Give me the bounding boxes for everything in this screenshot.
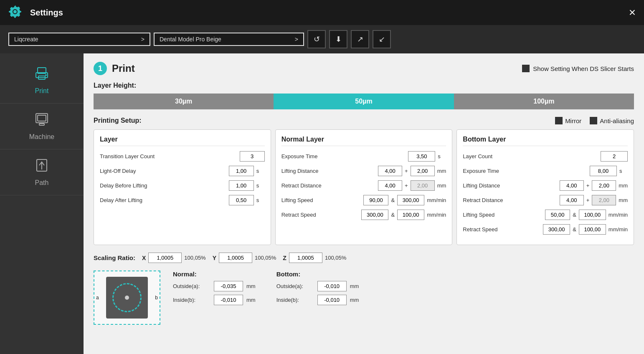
sidebar-item-path[interactable]: Path [0,149,84,195]
bl-layercount: Layer Count [463,151,628,162]
normal-layer-title: Normal Layer [281,136,446,146]
print-icon [34,66,49,84]
bl-liftdist: Lifting Distance + mm [463,180,628,191]
nl-retractspeed-label: Retract Speed [281,212,359,218]
bottom-inside-row: Inside(b): mm [276,295,359,305]
bl-liftspeed: Lifting Speed & mm/min [463,210,628,220]
normal-inside-input[interactable] [214,295,243,305]
section-title: Print [112,63,135,74]
show-setting-text: Show Setting When DS Slicer Starts [533,65,634,72]
normal-comp-section: Normal: Outside(a): mm Inside(b): mm [173,271,256,308]
mirror-check[interactable]: Mirror [555,117,581,124]
bl-liftspeed-input1[interactable] [545,210,570,220]
bl-retractdist: Retract Distance + mm [463,195,628,205]
delaylifting-input[interactable] [229,180,254,191]
sidebar-print-label: Print [35,87,49,95]
bl-layercount-input[interactable] [601,151,628,162]
bl-liftspeed-input2[interactable] [579,210,606,220]
bl-exposure: Exposure Time s [463,166,628,176]
bl-retractdist-plus: + [586,197,590,203]
download-button[interactable]: ⬇ [329,30,347,48]
normal-outside-input[interactable] [214,281,243,291]
lightoff-label: Light-Off Delay [100,168,226,174]
sidebar-path-label: Path [35,179,49,187]
nl-liftdist-input1[interactable] [378,166,402,176]
bottom-outside-unit: mm [350,283,359,289]
reset-button[interactable]: ↺ [307,30,326,48]
bottom-inside-label: Inside(b): [276,297,314,303]
sidebar-item-machine[interactable]: Machine [0,104,84,149]
bl-liftspeed-label: Lifting Speed [463,212,543,218]
bl-liftspeed-unit: mm/min [609,212,628,218]
nl-retractspeed-input2[interactable] [397,210,424,220]
bl-liftdist-input1[interactable] [560,180,584,191]
app-title: Settings [30,8,63,18]
layer-field-transition: Transition Layer Count [100,151,265,162]
scaling-y-input[interactable] [219,253,252,263]
bottom-outside-input[interactable] [317,281,347,291]
nl-retractdist-unit: mm [437,182,446,189]
lightoff-unit: s [256,168,265,174]
scaling-z-input[interactable] [289,253,322,263]
import-button[interactable]: ↙ [373,30,391,48]
scaling-ratio-row: Scaling Ratio: X 100,05% Y 100,05% Z 100… [94,253,634,263]
bl-retractspeed-unit: mm/min [609,226,628,233]
scaling-x: X 100,05% [142,253,206,263]
material-arrow-icon: > [295,36,298,43]
bl-retractdist-input2[interactable] [592,195,616,205]
bottom-layer-panel: Bottom Layer Layer Count Exposure Time s… [456,129,634,245]
scaling-x-input[interactable] [148,253,182,263]
layer-btn-30[interactable]: 30µm [94,94,274,109]
scaling-y-pct: 100,05% [255,255,276,261]
svg-rect-7 [39,124,44,125]
material-value: Dental Model Pro Beige [160,36,221,43]
delayafter-label: Delay After Lifting [100,197,226,203]
delaylifting-label: Delay Before Lifting [100,182,226,189]
normal-inside-unit: mm [246,297,256,303]
layer-btn-50[interactable]: 50µm [274,94,454,109]
antialiasing-check[interactable]: Anti-aliasing [590,117,634,124]
antialiasing-checkbox[interactable] [590,117,597,124]
layer-height-label: Layer Height: [94,82,634,89]
delayafter-unit: s [256,197,265,203]
manufacturer-dropdown[interactable]: Liqcreate > [8,33,150,46]
nl-retractdist-input1[interactable] [378,180,402,191]
nl-exposure: Exposure Time s [281,151,446,162]
bl-liftspeed-amp: & [573,212,576,218]
path-icon [34,158,49,176]
bl-exposure-unit: s [619,168,628,174]
bottom-inside-input[interactable] [317,295,347,305]
nl-exposure-input[interactable] [408,151,435,162]
show-setting-checkbox[interactable] [522,65,530,72]
layer-field-lightoff: Light-Off Delay s [100,166,265,176]
nl-retractspeed-input1[interactable] [361,210,388,220]
layer-panel-title: Layer [100,136,265,146]
bl-retractspeed-input2[interactable] [579,224,606,235]
bl-retractdist-input1[interactable] [560,195,584,205]
nl-liftspeed-input2[interactable] [397,195,424,205]
transition-input[interactable] [240,151,265,162]
close-button[interactable]: × [629,7,636,18]
mirror-antialiasing-group: Mirror Anti-aliasing [555,117,634,124]
bl-liftdist-input2[interactable] [592,180,616,191]
nl-liftspeed-input1[interactable] [363,195,388,205]
export-button[interactable]: ↗ [351,30,369,48]
bl-retractspeed: Retract Speed & mm/min [463,224,628,235]
bl-retractspeed-amp: & [573,226,576,233]
delayafter-input[interactable] [229,195,254,205]
sidebar-item-print[interactable]: Print [0,58,84,104]
nl-liftdist-input2[interactable] [411,166,435,176]
bl-liftdist-label: Lifting Distance [463,182,557,189]
scaling-x-pct: 100,05% [184,255,205,261]
scaling-label: Scaling Ratio: [94,254,135,261]
bl-retractspeed-input1[interactable] [543,224,570,235]
layer-btn-100[interactable]: 100µm [454,94,634,109]
bottom-comp-section: Bottom: Outside(a): mm Inside(b): mm [276,271,359,308]
bl-retractdist-label: Retract Distance [463,197,557,203]
lightoff-input[interactable] [229,166,254,176]
section-title-group: 1 Print [94,62,135,75]
bl-exposure-input[interactable] [590,166,617,176]
nl-retractdist-input2[interactable] [411,180,435,191]
mirror-checkbox[interactable] [555,117,563,124]
material-dropdown[interactable]: Dental Model Pro Beige > [154,33,304,46]
